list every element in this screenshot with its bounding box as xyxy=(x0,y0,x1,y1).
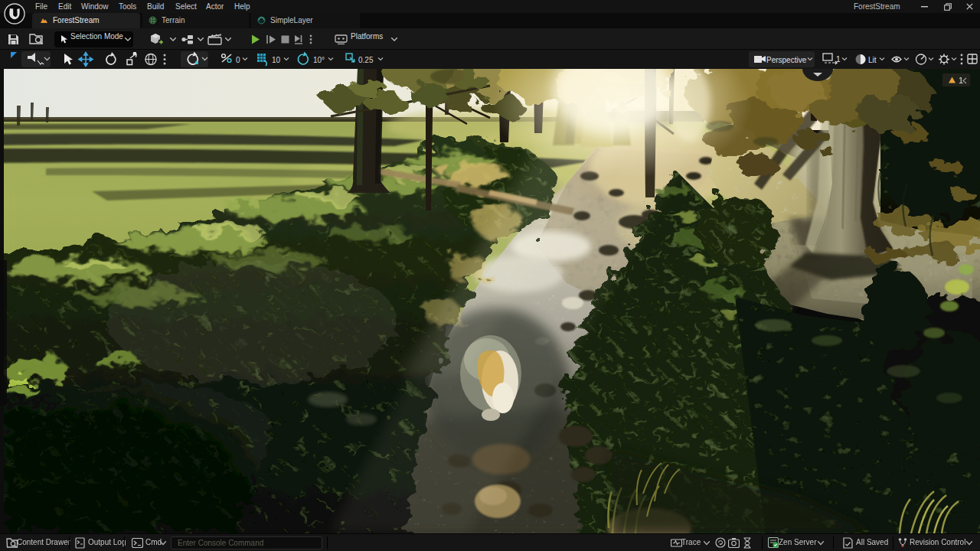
svg-text:Lit: Lit xyxy=(868,56,877,64)
svg-text:10°: 10° xyxy=(313,56,325,64)
svg-text:1: 1 xyxy=(836,55,841,64)
svg-text:0.25: 0.25 xyxy=(358,56,374,64)
svg-text:Perspective: Perspective xyxy=(766,56,807,64)
svg-text:0: 0 xyxy=(236,56,240,64)
svg-text:1: 1 xyxy=(959,76,963,85)
svg-text:10: 10 xyxy=(272,56,281,64)
